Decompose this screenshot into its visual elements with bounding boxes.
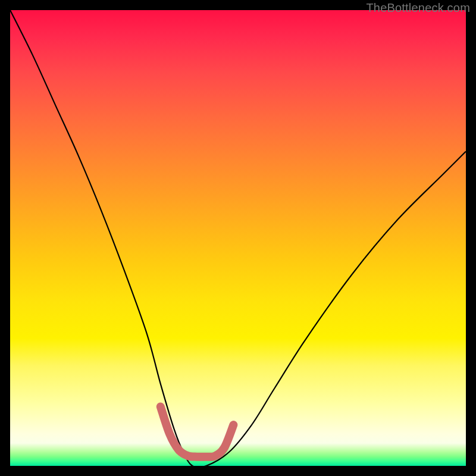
chart-svg (10, 10, 466, 466)
chart-container: TheBottleneck.com (0, 0, 476, 476)
bottleneck-curve (10, 10, 466, 466)
optimal-range-marker (161, 406, 234, 456)
watermark-text: TheBottleneck.com (366, 1, 470, 15)
plot-area (10, 10, 466, 466)
